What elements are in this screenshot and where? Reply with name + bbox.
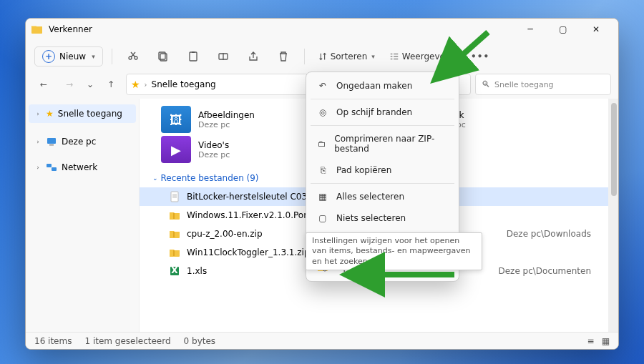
new-button[interactable]: + Nieuw ▾ [34,46,103,67]
sort-label: Sorteren [331,51,368,62]
folder-icon [31,24,43,35]
menu-label: Op schijf branden [336,107,412,117]
zip-icon [168,227,181,240]
undo-icon: ↶ [316,81,329,91]
chevron-down-icon: ⌄ [152,174,158,182]
window-title: Verkenner [49,24,92,34]
select-none-icon: ▢ [316,213,329,223]
svg-text:X: X [171,265,178,275]
svg-rect-12 [173,250,175,256]
menu-label: Alles selecteren [336,192,404,202]
svg-rect-5 [47,138,56,144]
menu-label: Comprimeren naar ZIP-bestand [334,134,449,154]
svg-rect-11 [173,232,175,237]
breadcrumb-root: Snelle toegang [152,79,216,89]
search-placeholder: Snelle toegang [494,80,554,89]
close-button[interactable]: ✕ [580,19,613,40]
pc-icon [46,136,57,147]
status-bar: 16 items 1 item geselecteerd 0 bytes ≡ ▦ [26,332,618,349]
up-button[interactable]: ↑ [100,74,122,94]
star-icon: ★ [46,109,54,119]
back-button[interactable]: ← [33,74,54,94]
text-file-icon [168,190,181,203]
forward-button[interactable]: → [59,74,80,94]
sidebar-item-quick-access[interactable]: › ★ Snelle toegang [29,104,136,123]
expander-icon[interactable]: › [34,110,42,117]
zip-icon: 🗀 [316,139,327,149]
tooltip: Instellingen wijzigen voor het openen va… [306,232,482,270]
delete-button[interactable] [271,45,296,68]
menu-compress[interactable]: 🗀 Comprimeren naar ZIP-bestand [306,128,459,159]
star-icon: ★ [131,79,140,90]
more-button[interactable]: ••• [468,45,492,68]
view-icon [389,51,399,62]
disc-icon: ◎ [316,107,329,117]
rename-button[interactable] [211,45,235,68]
menu-undo[interactable]: ↶ Ongedaan maken [306,75,459,97]
svg-rect-9 [171,192,178,202]
expander-icon[interactable]: › [34,164,42,171]
sidebar-item-network[interactable]: › Netwerk [29,157,136,177]
recent-header-label: Recente bestanden (9) [161,173,259,183]
sidebar-item-label: Netwerk [62,162,97,172]
new-label: Nieuw [59,51,86,62]
menu-select-all[interactable]: ▦ Alles selecteren [306,186,459,207]
file-name: 1.xls [187,266,207,276]
maximize-button[interactable]: ▢ [547,19,580,40]
status-selected: 1 item geselecteerd [84,336,170,346]
thumbnails-view-button[interactable]: ▦ [602,336,610,346]
menu-separator [311,99,454,99]
separator [112,49,112,64]
copy-button[interactable] [151,45,175,68]
minimize-button[interactable]: ─ [514,19,547,40]
share-button[interactable] [241,45,265,68]
status-count: 16 items [34,336,72,346]
file-name: cpu-z_2.00-en.zip [187,229,263,239]
details-view-button[interactable]: ≡ [587,336,595,346]
menu-select-none[interactable]: ▢ Niets selecteren [306,207,459,229]
menu-burn-disc[interactable]: ◎ Op schijf branden [306,102,459,123]
search-input[interactable]: 🔍︎ Snelle toegang [475,74,611,95]
menu-separator [311,183,454,184]
scrollbar[interactable] [608,99,618,332]
file-location: Deze pc\Downloads [507,229,591,239]
chevron-down-icon: ▾ [455,53,459,60]
titlebar: Verkenner ─ ▢ ✕ [26,19,618,40]
svg-rect-6 [49,144,54,146]
view-button[interactable]: Weergeven ▾ [385,45,462,68]
svg-rect-10 [173,213,175,219]
xls-icon: X [168,265,181,277]
pictures-icon: 🖼 [161,106,191,133]
paste-button[interactable] [181,45,205,68]
search-icon: 🔍︎ [482,79,490,89]
menu-label: Niets selecteren [336,213,406,223]
select-all-icon: ▦ [316,192,329,202]
zip-icon [168,246,181,259]
svg-rect-8 [52,167,57,171]
menu-copy-path[interactable]: ⎘ Pad kopiëren [306,159,459,181]
separator [304,49,305,64]
videos-icon: ▶ [161,136,191,163]
view-label: Weergeven [402,51,451,62]
network-icon [46,162,57,173]
scrollbar-thumb[interactable] [611,103,617,196]
svg-rect-2 [190,52,197,61]
sidebar-item-this-pc[interactable]: › Deze pc [29,132,136,152]
menu-label: Pad kopiëren [336,165,391,175]
sidebar-item-label: Deze pc [62,137,96,147]
history-chevron[interactable]: ⌄ [84,74,96,94]
expander-icon[interactable]: › [34,138,42,145]
file-name: Win11ClockToggler_1.3.1.zip [187,247,310,257]
folder-name: Video's [198,140,230,150]
menu-separator [311,125,454,126]
sidebar-item-label: Snelle toegang [58,109,122,119]
breadcrumb-separator: › [145,81,147,89]
sidebar: › ★ Snelle toegang › Deze pc › Netwerk [26,99,139,332]
chevron-down-icon: ▾ [371,53,375,60]
cut-button[interactable] [121,45,145,68]
svg-rect-3 [192,51,195,53]
path-icon: ⎘ [316,165,329,175]
sort-button[interactable]: Sorteren ▾ [313,45,379,68]
zip-icon [168,209,181,222]
plus-icon: + [42,50,55,63]
